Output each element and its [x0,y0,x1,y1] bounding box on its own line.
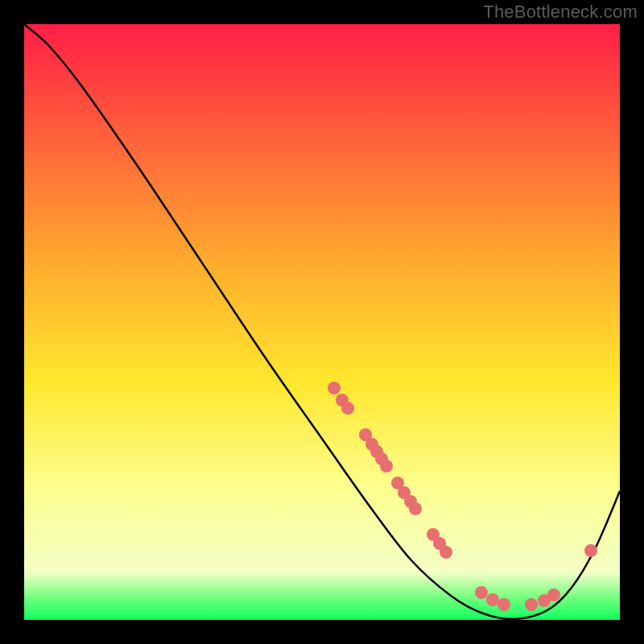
plot-background [24,24,620,620]
data-marker [497,598,510,611]
data-marker [341,402,354,415]
chart-svg [0,0,644,644]
chart-container: { "watermark": "TheBottleneck.com", "cha… [0,0,644,644]
data-marker [525,598,538,611]
data-marker [475,586,488,599]
data-marker [486,593,499,606]
data-marker [380,460,393,473]
data-marker [547,588,560,601]
data-marker [409,502,422,515]
data-marker [440,546,452,559]
data-marker [584,544,597,557]
data-marker [328,382,341,394]
